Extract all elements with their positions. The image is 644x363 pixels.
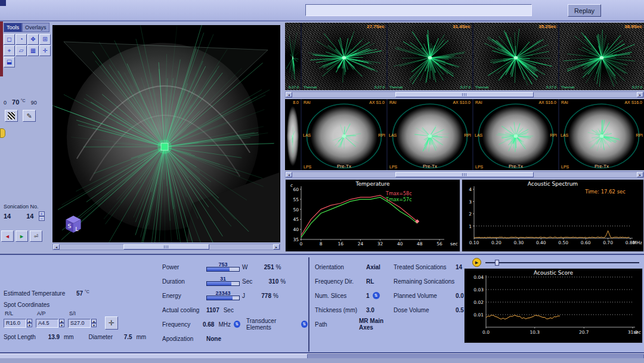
geometry-row: PathMR Main Axes xyxy=(315,317,394,331)
sidebar-tabs: Tools Overlays xyxy=(4,23,52,32)
measure-tool-icon[interactable]: ⌖ xyxy=(4,45,15,56)
mri-phase-label: Pre-Tx xyxy=(423,164,437,169)
playback-slider-thumb[interactable] xyxy=(495,260,499,266)
spinner-icon[interactable]: ⇅ xyxy=(234,321,240,328)
spot-length-value: 13.9 xyxy=(48,334,60,340)
marker-icon[interactable] xyxy=(0,128,5,138)
thermal-scrollbar[interactable]: ◂▸ xyxy=(285,91,644,98)
parameter-slider[interactable]: 753 xyxy=(206,262,240,272)
mri-image-3[interactable]: RAIAX S10.0LASRPILPSPre-Tx xyxy=(388,99,472,170)
spinner-icon[interactable]: ⇅ xyxy=(301,321,308,328)
spin-plus-icon[interactable]: + xyxy=(39,211,45,216)
roi-tool-icon[interactable]: ▱ xyxy=(16,45,27,56)
svg-text:24: 24 xyxy=(358,241,364,247)
coordinate-field-si[interactable]: S27.0 xyxy=(68,319,91,328)
thermal-footer-right: S:27.0 xyxy=(546,85,556,89)
parameter-slider[interactable]: 31 xyxy=(206,276,240,287)
thermal-image-1[interactable]: S:27.0 xyxy=(285,23,301,90)
svg-text:0.04: 0.04 xyxy=(473,275,484,280)
mri-image-1[interactable]: 8.0 xyxy=(285,99,301,170)
layers-tool-icon[interactable]: ⬓ xyxy=(4,57,15,67)
spinner-icon[interactable]: ⇅ xyxy=(373,292,380,299)
replay-button[interactable]: Replay xyxy=(568,4,601,17)
thermal-image-2[interactable]: 27.7SecThermalS:27.0 xyxy=(302,23,386,90)
scroll-right-arrow[interactable]: ▸ xyxy=(637,92,643,97)
scroll-right-arrow[interactable]: ▸ xyxy=(637,172,643,177)
thermal-strip: S:27.027.7SecThermalS:27.031.4SecThermal… xyxy=(285,23,644,90)
treatment-label: Planned Volume xyxy=(394,293,456,299)
coordinate-field-rl[interactable]: R16.0 xyxy=(4,319,26,328)
mri-scrollbar[interactable]: ◂▸ xyxy=(285,171,644,178)
view3d-scrollbar[interactable]: ◂▸ xyxy=(52,244,280,250)
spin-down-icon[interactable]: ▾ xyxy=(91,323,97,327)
spin-up-icon[interactable]: ▴ xyxy=(27,319,32,323)
scroll-track[interactable] xyxy=(292,172,637,177)
pan-tool-icon[interactable]: ✥ xyxy=(27,34,39,45)
spot-length-label: Spot Length xyxy=(4,334,36,340)
previous-sonication-button[interactable]: ◄ xyxy=(1,230,14,242)
spin-minus-icon[interactable]: − xyxy=(39,216,45,221)
scroll-left-arrow[interactable]: ◂ xyxy=(286,92,292,97)
grid-tool-icon[interactable]: ▦ xyxy=(27,45,39,56)
axis-header: S/I xyxy=(69,310,101,316)
parameter-row: ApodizationNone xyxy=(162,331,308,346)
scroll-thumb[interactable] xyxy=(395,92,533,97)
crosshair-tool-icon[interactable]: ✛ xyxy=(39,45,51,56)
svg-text:0.70: 0.70 xyxy=(603,240,613,245)
acoustic-score-chart: Acoustic Score0.040.030.020.010.010.320.… xyxy=(464,268,643,343)
thermal-image-5[interactable]: 38.9SecThermalS:27.0 xyxy=(559,23,644,90)
geometry-value: RL xyxy=(366,278,374,285)
mri-orientation-label: LAS xyxy=(561,133,568,137)
diameter-value: 7.5 xyxy=(124,334,132,340)
scroll-left-arrow[interactable]: ◂ xyxy=(286,172,292,177)
svg-text:35: 35 xyxy=(293,237,299,242)
rotate-tool-icon[interactable]: ◔ xyxy=(16,34,27,45)
svg-text:3: 3 xyxy=(469,199,472,205)
geometry-label: Thickness (mm) xyxy=(315,307,366,313)
return-button[interactable]: ⏎ xyxy=(30,230,42,242)
select-tool-icon[interactable]: ◻ xyxy=(4,34,15,45)
svg-text:0.20: 0.20 xyxy=(491,240,501,245)
power-rows: Power753W251%Duration31Sec310%Energy2334… xyxy=(162,260,308,346)
spin-down-icon[interactable]: ▾ xyxy=(59,323,64,327)
parameter-row: Actual cooling1107Sec xyxy=(162,303,308,317)
coordinate-field-ap[interactable]: A4.5 xyxy=(36,319,58,328)
scroll-left-arrow[interactable]: ◂ xyxy=(53,244,60,250)
parameter-percent: 251 xyxy=(256,264,274,270)
svg-text:Acoustic Score: Acoustic Score xyxy=(534,270,573,276)
scroll-thumb[interactable] xyxy=(123,244,209,250)
scroll-right-arrow[interactable]: ▸ xyxy=(273,244,280,250)
mri-orientation-label: LAS xyxy=(303,133,311,137)
estimated-temperature-unit: °C xyxy=(85,290,89,294)
hatch-overlay-button[interactable] xyxy=(5,110,18,122)
scroll-track[interactable] xyxy=(292,92,637,97)
zoom-tool-icon[interactable]: ⊞ xyxy=(39,34,51,45)
scroll-thumb[interactable] xyxy=(395,172,533,177)
panel-divider xyxy=(308,257,309,352)
svg-text:0.0: 0.0 xyxy=(482,330,490,335)
temperature-chart: Temperaturec60555045403508162432404856se… xyxy=(285,179,460,252)
mri-image-4[interactable]: RAIAX S16.0LASRPILPSPre-Tx xyxy=(473,99,558,170)
mri-image-2[interactable]: RAIAX S1.0LASRPILPSPre-Tx xyxy=(302,99,386,170)
playback-slider[interactable] xyxy=(485,260,639,266)
tab-overlays[interactable]: Overlays xyxy=(22,23,49,32)
spin-up-icon[interactable]: ▴ xyxy=(59,319,64,323)
scroll-track[interactable] xyxy=(60,244,273,250)
parameter-unit: Sec xyxy=(242,278,252,285)
mri-image-5[interactable]: RAIAX S16.0LASRPILPSPre-Tx xyxy=(559,99,644,170)
message-input[interactable] xyxy=(305,4,532,16)
mri-orientation-label: LPS xyxy=(389,165,397,169)
playback-play-button[interactable]: ▶ xyxy=(472,258,481,267)
start-sonication-button[interactable]: ► xyxy=(16,230,28,242)
thermal-image-3[interactable]: 31.4SecThermalS:27.0 xyxy=(388,23,472,90)
spin-down-icon[interactable]: ▾ xyxy=(27,323,32,327)
transducer-3d-view[interactable]: S L xyxy=(52,25,280,242)
spin-up-icon[interactable]: ▴ xyxy=(91,319,97,323)
draw-button[interactable]: ✎ xyxy=(23,110,36,122)
move-spot-button[interactable]: ✛ xyxy=(105,316,118,330)
thermal-image-4[interactable]: 35.2SecThermalS:27.0 xyxy=(473,23,558,90)
tab-tools[interactable]: Tools xyxy=(4,23,22,32)
geometry-value: MR Main Axes xyxy=(359,318,394,331)
parameter-slider[interactable]: 23343 xyxy=(206,291,240,301)
estimated-temperature-label: Estimated Temperature xyxy=(4,290,65,297)
